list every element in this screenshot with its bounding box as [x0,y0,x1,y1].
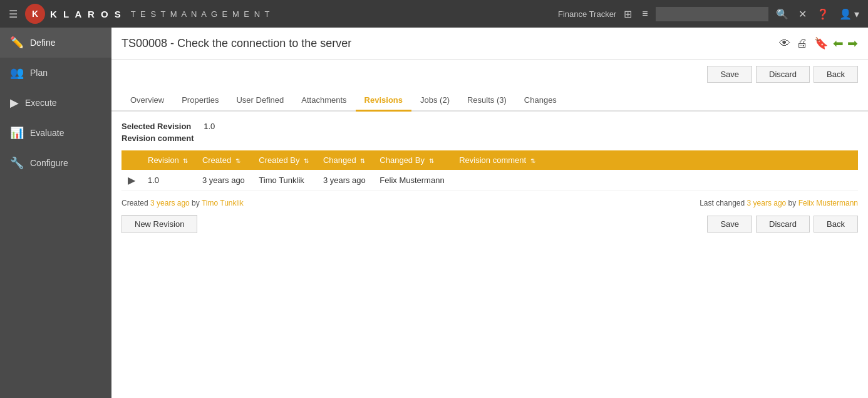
tab-results[interactable]: Results (3) [458,90,515,112]
selected-revision-value: 1.0 [204,122,215,131]
sidebar-label-configure: Configure [30,158,68,168]
play-icon: ▶ [128,174,135,186]
sidebar-item-plan[interactable]: 👥 Plan [0,58,111,88]
tab-user-defined[interactable]: User Defined [227,90,292,112]
cell-created: 3 years ago [196,170,252,191]
page-title: TS00008 - Check the connection to the se… [121,37,351,50]
evaluate-icon: 📊 [10,126,24,140]
execute-icon: ▶ [10,96,19,110]
help-icon[interactable]: ❓ [814,7,832,21]
configure-icon: 🔧 [10,156,24,170]
sort-changed-by-icon: ⇅ [429,157,434,164]
cell-comment [453,170,858,191]
cell-changed: 3 years ago [317,170,373,191]
clear-search-icon[interactable]: ✕ [796,7,809,21]
back-button-top[interactable]: Back [814,66,858,83]
print-icon[interactable]: 🖨 [795,36,809,51]
sidebar-item-execute[interactable]: ▶ Execute [0,88,111,118]
sort-created-by-icon: ⇅ [304,157,309,164]
save-button-bottom[interactable]: Save [707,216,752,233]
layout: ✏️ Define 👥 Plan ▶ Execute 📊 Evaluate 🔧 … [0,28,868,398]
sidebar-item-configure[interactable]: 🔧 Configure [0,148,111,178]
brand-subtitle: T E S T M A N A G E M E N T [131,9,271,19]
search-input[interactable] [656,7,768,21]
sidebar-label-define: Define [30,38,55,48]
revision-comment-label: Revision comment [121,134,194,143]
selected-revision-row: Selected Revision 1.0 [121,122,858,131]
hamburger-icon[interactable]: ☰ [6,7,20,21]
footer-changed-ago-link[interactable]: 3 years ago [747,199,787,207]
sort-changed-icon: ⇅ [360,157,365,164]
plan-icon: 👥 [10,66,24,80]
tab-revisions[interactable]: Revisions [356,90,411,112]
revisions-content: Selected Revision 1.0 Revision comment R… [111,112,868,243]
navbar: ☰ K K L A R O S T E S T M A N A G E M E … [0,0,868,28]
row-selector: ▶ [128,174,135,186]
new-revision-row: New Revision Save Discard Back [121,215,858,233]
nav-back-arrow[interactable]: ⬅ [833,36,844,51]
sidebar-label-execute: Execute [25,98,57,108]
action-row-top: Save Discard Back [111,60,868,83]
main-content: TS00008 - Check the connection to the se… [111,28,868,398]
tab-changes[interactable]: Changes [515,90,566,112]
discard-button-bottom[interactable]: Discard [756,216,810,233]
tab-attachments[interactable]: Attachments [292,90,355,112]
footer-info: Created 3 years ago by Timo Tunklik Last… [121,199,858,207]
cell-changed-by: Felix Mustermann [373,170,453,191]
th-created[interactable]: Created ⇅ [196,150,252,170]
cell-revision: 1.0 [142,170,196,191]
sidebar-item-evaluate[interactable]: 📊 Evaluate [0,118,111,148]
user-icon[interactable]: 👤 ▾ [837,7,862,21]
brand-logo: K [25,4,45,24]
th-revision[interactable]: Revision ⇅ [142,150,196,170]
sort-comment-icon: ⇅ [530,157,535,164]
copy-icon[interactable]: ⊞ [621,7,634,21]
table-header-row: Revision ⇅ Created ⇅ Created By ⇅ Chan [121,150,858,170]
navbar-brand: ☰ K K L A R O S T E S T M A N A G E M E … [6,4,552,24]
sidebar: ✏️ Define 👥 Plan ▶ Execute 📊 Evaluate 🔧 … [0,28,111,398]
footer-created-ago-link[interactable]: 3 years ago [150,199,190,207]
discard-button-top[interactable]: Discard [756,66,810,83]
sidebar-label-plan: Plan [30,68,48,78]
navbar-right: Finance Tracker ⊞ ≡ 🔍 ✕ ❓ 👤 ▾ [558,7,862,21]
sort-created-icon: ⇅ [235,157,240,164]
brand-name: K L A R O S [50,9,123,19]
footer-created-user-link[interactable]: Timo Tunklik [202,199,244,207]
row-selector-cell: ▶ [121,170,142,191]
selected-revision-label: Selected Revision [121,122,191,131]
finance-tracker-label: Finance Tracker [558,9,616,19]
new-revision-button[interactable]: New Revision [121,215,197,233]
tab-overview[interactable]: Overview [121,90,173,112]
th-revision-comment[interactable]: Revision comment ⇅ [453,150,858,170]
footer-changed-text: Last changed 3 years ago by Felix Muster… [700,199,858,207]
th-changed[interactable]: Changed ⇅ [317,150,373,170]
bottom-action-buttons: Save Discard Back [707,216,858,233]
table-row[interactable]: ▶ 1.0 3 years ago Timo Tunklik 3 years a… [121,170,858,191]
sort-revision-icon: ⇅ [183,157,188,164]
th-selector [121,150,142,170]
tab-properties[interactable]: Properties [173,90,227,112]
tab-jobs[interactable]: Jobs (2) [411,90,458,112]
footer-changed-user-link[interactable]: Felix Mustermann [798,199,858,207]
tabs-bar: Overview Properties User Defined Attachm… [111,85,868,112]
revisions-table: Revision ⇅ Created ⇅ Created By ⇅ Chan [121,150,858,191]
sidebar-item-define[interactable]: ✏️ Define [0,28,111,58]
th-changed-by[interactable]: Changed By ⇅ [373,150,453,170]
revision-comment-row: Revision comment [121,134,858,143]
back-button-bottom[interactable]: Back [814,216,858,233]
page-header: TS00008 - Check the connection to the se… [111,28,868,60]
view-icon[interactable]: 👁 [778,36,792,51]
define-icon: ✏️ [10,36,24,50]
save-button-top[interactable]: Save [707,66,752,83]
bookmark-icon[interactable]: 🔖 [813,35,829,51]
cell-created-by: Timo Tunklik [252,170,317,191]
search-icon[interactable]: 🔍 [773,7,791,21]
nav-forward-arrow[interactable]: ➡ [847,36,858,51]
footer-created-text: Created 3 years ago by Timo Tunklik [121,199,244,207]
th-created-by[interactable]: Created By ⇅ [252,150,317,170]
list-icon[interactable]: ≡ [639,7,650,21]
page-header-icons: 👁 🖨 🔖 ⬅ ➡ [778,35,858,51]
sidebar-label-evaluate: Evaluate [30,128,64,138]
